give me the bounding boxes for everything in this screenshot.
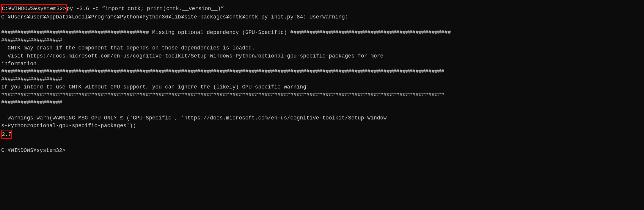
if-intend-line: If you intend to use CNTK without GPU su… xyxy=(1,83,643,91)
hash-line-1: ########################################… xyxy=(1,29,643,36)
visit-url-line: Visit https://docs.microsoft.com/en-us/c… xyxy=(1,52,643,60)
terminal-window: C:¥WINDOWS¥system32>py -3.6 -c “import c… xyxy=(0,2,644,210)
hash-line-2: ################### xyxy=(1,36,643,44)
hash-line-5: ########################################… xyxy=(1,91,643,99)
prompt-highlight: C:¥WINDOWS¥system32> xyxy=(1,4,67,13)
final-prompt[interactable]: C:¥WINDOWS¥system32> xyxy=(1,147,643,154)
information-line: information. xyxy=(1,60,643,68)
hash-line-6: ################### xyxy=(1,99,643,106)
empty-line-1 xyxy=(1,21,643,29)
hash-line-3: ########################################… xyxy=(1,68,643,75)
hash-line-4: ################### xyxy=(1,75,643,83)
warning-path-line: C:¥Users¥user¥AppData¥Local¥Programs¥Pyt… xyxy=(1,13,643,21)
empty-line-3 xyxy=(1,139,643,147)
command-text: py -3.6 -c “import cntk; print(cntk.__ve… xyxy=(67,6,224,12)
warnings-warn-continuation: s-Python#optional-gpu-specific-packages'… xyxy=(1,122,643,130)
empty-line-2 xyxy=(1,106,643,114)
cntk-crash-warning: CNTK may crash if the component that dep… xyxy=(1,44,643,52)
warnings-warn-line: warnings.warn(WARNING_MSG_GPU_ONLY % ('G… xyxy=(1,114,643,122)
version-number: 2.7 xyxy=(1,130,12,139)
command-line: C:¥WINDOWS¥system32>py -3.6 -c “import c… xyxy=(1,4,643,13)
version-line: 2.7 xyxy=(1,130,643,139)
